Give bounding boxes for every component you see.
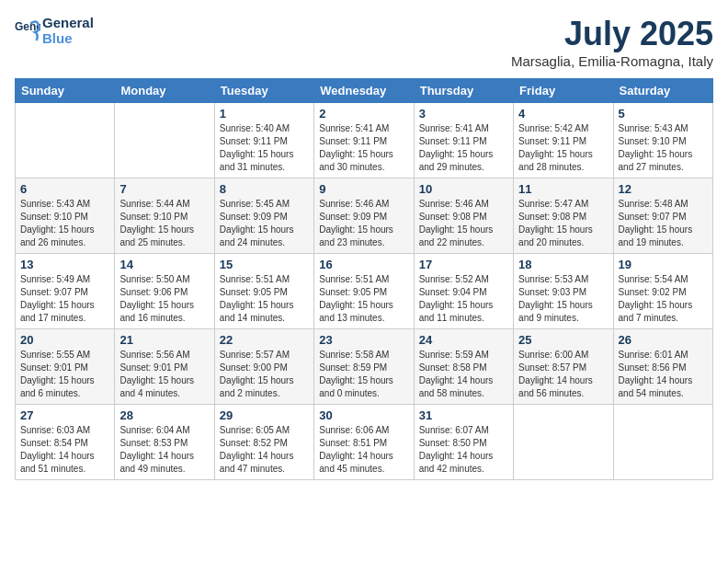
calendar-week-row: 27Sunrise: 6:03 AM Sunset: 8:54 PM Dayli… [16,405,713,480]
day-number: 18 [518,258,608,271]
day-info: Sunrise: 5:41 AM Sunset: 9:11 PM Dayligh… [419,122,508,174]
day-number: 19 [619,258,708,271]
day-info: Sunrise: 5:52 AM Sunset: 9:04 PM Dayligh… [419,273,508,325]
calendar-cell [16,103,115,178]
day-info: Sunrise: 5:46 AM Sunset: 9:09 PM Dayligh… [319,198,408,249]
page-header: General General Blue July 2025 Marsaglia… [15,15,713,69]
day-number: 6 [20,182,109,196]
calendar-cell: 1Sunrise: 5:40 AM Sunset: 9:11 PM Daylig… [214,103,313,178]
calendar-cell: 28Sunrise: 6:04 AM Sunset: 8:53 PM Dayli… [115,405,214,480]
calendar-cell: 24Sunrise: 5:59 AM Sunset: 8:58 PM Dayli… [414,329,513,405]
day-info: Sunrise: 6:00 AM Sunset: 8:57 PM Dayligh… [518,349,608,400]
calendar-cell: 4Sunrise: 5:42 AM Sunset: 9:11 PM Daylig… [514,103,613,178]
day-info: Sunrise: 6:05 AM Sunset: 8:52 PM Dayligh… [220,424,309,476]
location-text: Marsaglia, Emilia-Romagna, Italy [511,53,713,69]
day-number: 28 [119,408,209,422]
weekday-header: Sunday [16,79,115,103]
day-info: Sunrise: 5:59 AM Sunset: 8:58 PM Dayligh… [419,349,508,400]
calendar-cell: 2Sunrise: 5:41 AM Sunset: 9:11 PM Daylig… [314,103,414,178]
calendar-cell: 10Sunrise: 5:46 AM Sunset: 9:08 PM Dayli… [414,178,513,254]
calendar-cell: 27Sunrise: 6:03 AM Sunset: 8:54 PM Dayli… [16,405,115,480]
day-number: 17 [419,258,508,271]
weekday-header: Monday [115,79,214,103]
day-number: 10 [419,182,508,196]
day-info: Sunrise: 5:44 AM Sunset: 9:10 PM Dayligh… [119,198,209,249]
day-number: 5 [619,107,708,121]
day-number: 14 [119,258,209,271]
day-info: Sunrise: 5:54 AM Sunset: 9:02 PM Dayligh… [619,273,708,325]
logo: General General Blue [15,15,94,46]
calendar-cell: 20Sunrise: 5:55 AM Sunset: 9:01 PM Dayli… [16,329,115,405]
calendar-cell: 13Sunrise: 5:49 AM Sunset: 9:07 PM Dayli… [16,254,115,329]
calendar-cell: 21Sunrise: 5:56 AM Sunset: 9:01 PM Dayli… [115,329,214,405]
day-number: 7 [119,182,209,196]
calendar-cell: 22Sunrise: 5:57 AM Sunset: 9:00 PM Dayli… [214,329,313,405]
day-number: 30 [319,408,408,422]
weekday-header: Wednesday [314,79,414,103]
day-info: Sunrise: 5:43 AM Sunset: 9:10 PM Dayligh… [20,198,109,249]
logo-text-line2: Blue [42,30,94,46]
calendar-cell [115,103,214,178]
calendar-cell: 30Sunrise: 6:06 AM Sunset: 8:51 PM Dayli… [314,405,414,480]
calendar-week-row: 6Sunrise: 5:43 AM Sunset: 9:10 PM Daylig… [16,178,713,254]
logo-text-line1: General [42,15,94,30]
calendar-cell: 5Sunrise: 5:43 AM Sunset: 9:10 PM Daylig… [613,103,712,178]
weekday-header: Thursday [414,79,513,103]
day-number: 4 [518,107,608,121]
day-number: 27 [20,408,109,422]
day-number: 31 [419,408,508,422]
calendar-cell: 26Sunrise: 6:01 AM Sunset: 8:56 PM Dayli… [613,329,712,405]
day-number: 29 [220,408,309,422]
day-info: Sunrise: 5:57 AM Sunset: 9:00 PM Dayligh… [220,349,309,400]
calendar-cell: 29Sunrise: 6:05 AM Sunset: 8:52 PM Dayli… [214,405,313,480]
day-number: 2 [319,107,408,121]
day-number: 9 [319,182,408,196]
day-info: Sunrise: 5:48 AM Sunset: 9:07 PM Dayligh… [619,198,708,249]
day-info: Sunrise: 5:46 AM Sunset: 9:08 PM Dayligh… [419,198,508,249]
calendar-cell: 12Sunrise: 5:48 AM Sunset: 9:07 PM Dayli… [613,178,712,254]
day-info: Sunrise: 6:06 AM Sunset: 8:51 PM Dayligh… [319,424,408,476]
weekday-header: Friday [514,79,613,103]
day-info: Sunrise: 5:56 AM Sunset: 9:01 PM Dayligh… [119,349,209,400]
calendar-cell: 11Sunrise: 5:47 AM Sunset: 9:08 PM Dayli… [514,178,613,254]
calendar-cell: 25Sunrise: 6:00 AM Sunset: 8:57 PM Dayli… [514,329,613,405]
day-info: Sunrise: 5:40 AM Sunset: 9:11 PM Dayligh… [220,122,309,174]
calendar-cell: 18Sunrise: 5:53 AM Sunset: 9:03 PM Dayli… [514,254,613,329]
day-info: Sunrise: 5:42 AM Sunset: 9:11 PM Dayligh… [518,122,608,174]
calendar-week-row: 13Sunrise: 5:49 AM Sunset: 9:07 PM Dayli… [16,254,713,329]
logo-icon: General [15,17,40,43]
day-number: 24 [419,333,508,347]
day-number: 25 [518,333,608,347]
day-info: Sunrise: 5:51 AM Sunset: 9:05 PM Dayligh… [220,273,309,325]
calendar-cell: 7Sunrise: 5:44 AM Sunset: 9:10 PM Daylig… [115,178,214,254]
day-number: 8 [220,182,309,196]
day-number: 1 [220,107,309,121]
day-number: 16 [319,258,408,271]
calendar-body: 1Sunrise: 5:40 AM Sunset: 9:11 PM Daylig… [16,103,713,480]
month-title: July 2025 [511,15,713,53]
day-number: 21 [119,333,209,347]
day-number: 26 [619,333,708,347]
day-info: Sunrise: 5:53 AM Sunset: 9:03 PM Dayligh… [518,273,608,325]
calendar-cell: 17Sunrise: 5:52 AM Sunset: 9:04 PM Dayli… [414,254,513,329]
calendar-cell: 9Sunrise: 5:46 AM Sunset: 9:09 PM Daylig… [314,178,414,254]
day-number: 15 [220,258,309,271]
day-info: Sunrise: 5:55 AM Sunset: 9:01 PM Dayligh… [20,349,109,400]
day-number: 12 [619,182,708,196]
calendar-cell: 6Sunrise: 5:43 AM Sunset: 9:10 PM Daylig… [16,178,115,254]
calendar-week-row: 20Sunrise: 5:55 AM Sunset: 9:01 PM Dayli… [16,329,713,405]
day-number: 3 [419,107,508,121]
calendar-table: SundayMondayTuesdayWednesdayThursdayFrid… [15,78,713,480]
calendar-cell: 31Sunrise: 6:07 AM Sunset: 8:50 PM Dayli… [414,405,513,480]
day-number: 13 [20,258,109,271]
day-info: Sunrise: 6:04 AM Sunset: 8:53 PM Dayligh… [119,424,209,476]
day-info: Sunrise: 5:43 AM Sunset: 9:10 PM Dayligh… [619,122,708,174]
calendar-cell: 19Sunrise: 5:54 AM Sunset: 9:02 PM Dayli… [613,254,712,329]
day-number: 22 [220,333,309,347]
day-number: 23 [319,333,408,347]
day-info: Sunrise: 6:01 AM Sunset: 8:56 PM Dayligh… [619,349,708,400]
calendar-header: SundayMondayTuesdayWednesdayThursdayFrid… [16,79,713,103]
calendar-cell: 14Sunrise: 5:50 AM Sunset: 9:06 PM Dayli… [115,254,214,329]
calendar-cell: 15Sunrise: 5:51 AM Sunset: 9:05 PM Dayli… [214,254,313,329]
day-info: Sunrise: 5:51 AM Sunset: 9:05 PM Dayligh… [319,273,408,325]
